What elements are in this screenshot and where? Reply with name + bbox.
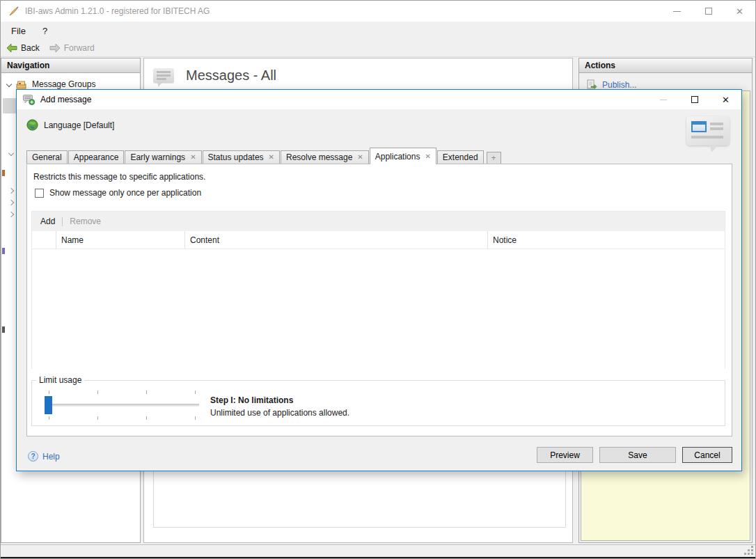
limit-usage-text: Step I: No limitations Unlimited use of … [210, 394, 349, 419]
minimize-button[interactable] [661, 1, 693, 22]
resize-grip-icon[interactable] [744, 546, 753, 555]
preview-button[interactable]: Preview [537, 447, 593, 463]
message-groups-icon [16, 79, 27, 90]
window-controls: ✕ [661, 1, 755, 22]
row-selector-column [32, 231, 56, 249]
menubar: File ? [1, 22, 755, 40]
applications-tab-page: Restricts this message to specific appli… [26, 164, 732, 436]
chevron-right-icon[interactable] [8, 188, 14, 194]
maximize-icon [691, 96, 698, 103]
help-label: Help [42, 452, 60, 462]
help-icon: ? [28, 451, 38, 462]
save-button[interactable]: Save [599, 447, 676, 463]
forward-button[interactable]: Forward [49, 43, 95, 53]
tree-icon-fragment [2, 170, 5, 176]
message-watermark-icon [686, 116, 730, 145]
checkbox-label: Show message only once per application [49, 188, 201, 198]
tab-resolve-message[interactable]: Resolve message✕ [281, 150, 369, 164]
app-window: IBI-aws Admin 1.21.0 - registered for IB… [0, 0, 756, 559]
dialog-close-button[interactable]: ✕ [710, 90, 741, 109]
forward-arrow-icon [49, 43, 61, 53]
add-tab-button[interactable]: + [487, 152, 501, 164]
globe-icon [26, 119, 38, 131]
tab-applications[interactable]: Applications✕ [370, 148, 436, 164]
chevron-down-icon[interactable] [8, 150, 14, 156]
step-title: Step I: No limitations [210, 394, 349, 407]
dialog-minimize-button [647, 90, 679, 109]
language-selector[interactable]: Language [Default] [26, 119, 114, 131]
page-title: Messages - All [186, 68, 276, 84]
step-description: Unlimited use of applications allowed. [210, 407, 349, 419]
close-icon: ✕ [722, 95, 730, 105]
limit-usage-legend: Limit usage [36, 375, 84, 385]
window-thumb-icon [691, 121, 707, 132]
maximize-button[interactable] [693, 1, 724, 22]
tab-description: Restricts this message to specific appli… [33, 172, 205, 182]
minimize-icon [660, 100, 667, 100]
tab-appearance[interactable]: Appearance [68, 150, 125, 164]
tab-close-icon[interactable]: ✕ [357, 154, 363, 161]
menu-file[interactable]: File [11, 26, 26, 36]
menu-help[interactable]: ? [42, 26, 47, 36]
chevron-down-icon[interactable] [6, 81, 12, 87]
applications-list-group: Add Remove Name Content Notice [31, 211, 725, 369]
back-arrow-icon [6, 43, 17, 53]
chevron-right-icon[interactable] [8, 200, 14, 205]
messages-title-row: Messages - All [144, 58, 572, 84]
once-per-application-checkbox[interactable] [35, 189, 44, 198]
tab-extended[interactable]: Extended [437, 150, 484, 164]
add-message-dialog: Add message ✕ Language [Default] General… [16, 89, 742, 471]
navigation-header: Navigation [1, 58, 140, 73]
slider-track[interactable] [49, 404, 199, 407]
dialog-maximize-button[interactable] [679, 90, 710, 109]
dialog-tab-strip: General Appearance Early warnings✕ Statu… [26, 148, 501, 164]
maximize-icon [705, 8, 712, 15]
limit-usage-slider[interactable] [45, 389, 200, 421]
tab-early-warnings[interactable]: Early warnings✕ [125, 150, 201, 164]
once-per-application-row: Show message only once per application [35, 188, 201, 198]
tree-item-label: Message Groups [32, 79, 95, 89]
status-bar [1, 544, 755, 557]
tree-icon-fragment [2, 248, 5, 254]
applications-table-body[interactable] [32, 249, 725, 369]
chevron-right-icon[interactable] [8, 212, 14, 217]
limit-usage-group: Limit usage Step I: No limitations Unlim… [31, 375, 725, 426]
nav-toolbar: Back Forward [1, 40, 755, 57]
applications-table-header: Name Content Notice [32, 231, 725, 249]
publish-icon [586, 79, 597, 90]
help-link[interactable]: ? Help [28, 451, 60, 462]
tab-close-icon[interactable]: ✕ [269, 154, 274, 161]
back-button[interactable]: Back [6, 43, 40, 53]
dialog-title: Add message [40, 95, 647, 104]
add-message-icon [23, 94, 35, 105]
column-header-notice[interactable]: Notice [488, 231, 725, 249]
publish-link[interactable]: Publish... [586, 79, 752, 90]
tree-icon-fragment [2, 326, 5, 333]
tab-close-icon[interactable]: ✕ [425, 153, 430, 160]
slider-thumb[interactable] [45, 396, 52, 414]
close-icon: ✕ [736, 6, 743, 17]
language-label: Language [Default] [44, 120, 114, 130]
actions-header: Actions [579, 58, 752, 73]
app-icon [8, 6, 19, 17]
column-header-name[interactable]: Name [56, 231, 185, 249]
dialog-buttons: Preview Save Cancel [537, 447, 732, 463]
remove-application-button[interactable]: Remove [70, 216, 101, 226]
applications-list-toolbar: Add Remove [32, 212, 725, 231]
dialog-titlebar: Add message ✕ [17, 90, 741, 109]
app-title: IBI-aws Admin 1.21.0 - registered for IB… [25, 6, 661, 16]
messages-bubble-icon [153, 68, 174, 83]
tab-close-icon[interactable]: ✕ [190, 154, 196, 161]
tab-status-updates[interactable]: Status updates✕ [203, 150, 280, 164]
publish-label: Publish... [602, 80, 636, 90]
toolbar-separator [62, 217, 63, 226]
close-button[interactable]: ✕ [724, 1, 755, 22]
app-titlebar: IBI-aws Admin 1.21.0 - registered for IB… [1, 1, 755, 22]
add-application-button[interactable]: Add [40, 216, 55, 226]
minimize-icon [673, 11, 681, 12]
column-header-content[interactable]: Content [185, 231, 488, 249]
cancel-button[interactable]: Cancel [682, 447, 732, 463]
tab-general[interactable]: General [26, 150, 68, 164]
